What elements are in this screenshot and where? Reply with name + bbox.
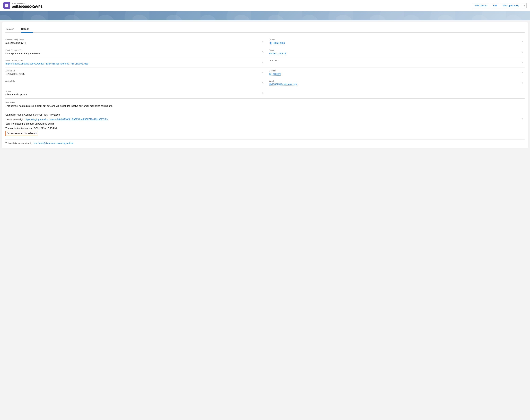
field-contact: Contact BH 180923 ✎ [265, 68, 525, 78]
tab-related[interactable]: Related [5, 26, 18, 33]
email-value[interactable]: bh180923@mailinator.com [269, 83, 297, 86]
field-event: Event BH Test 150923 ✎ [265, 47, 525, 57]
created-by-prefix: This activity was created by: [5, 142, 34, 144]
header-left: Concep Activity a0E8d00000XuVP1 [3, 2, 43, 9]
edit-icon-event[interactable]: ✎ [521, 51, 523, 53]
owner-label: Owner [269, 39, 522, 41]
description-opt-reason: Opt out reason: Not relevant [5, 131, 38, 136]
contact-value[interactable]: BH 180923 [269, 73, 281, 75]
edit-icon-email[interactable]: ✎ [521, 82, 523, 84]
action-url-label: Action URL [5, 80, 262, 82]
edit-icon-description[interactable]: ✎ [521, 118, 523, 120]
broadcast-label: Broadcast [269, 59, 522, 61]
description-opt-reason-row: Opt out reason: Not relevant [5, 131, 522, 136]
field-concep-activity-name: Concep Activity Name a0E8d00000XuVP1 ✎ [5, 37, 265, 47]
new-contact-button[interactable]: New Contact [472, 3, 490, 8]
tab-details[interactable]: Details [21, 26, 33, 33]
header-actions: New Contact Edit New Opportunity ▾ [472, 3, 527, 8]
field-action-date: Action Date 18/09/2023, 20:25 ✎ [5, 68, 265, 78]
created-by-section: This activity was created by: ben.harris… [5, 140, 525, 144]
description-link-row: Link to campaign: https://staging.emailc… [5, 117, 522, 121]
field-email-campaign-title: Email Campaign Title Concep Summer Party… [5, 47, 265, 57]
description-link-url[interactable]: https://staging.emailcc.com/cv/b6ab0710f… [25, 118, 108, 121]
edit-button[interactable]: Edit [490, 3, 500, 8]
banner [0, 11, 530, 20]
description-blank [5, 108, 522, 112]
app-name: Concep Activity [12, 2, 43, 4]
edit-icon-owner[interactable]: ✎ [521, 41, 523, 43]
email-campaign-title-value: Concep Summer Party - Invitation [5, 52, 41, 55]
description-link-label: Link to campaign: [5, 118, 25, 121]
field-action: Action Client Level Opt Out ✎ [5, 88, 265, 98]
tabs: Related Details [5, 26, 525, 33]
edit-icon-contact[interactable]: ✎ [521, 72, 523, 74]
app-icon [3, 2, 10, 9]
email-label: Email [269, 80, 522, 82]
email-campaign-url-value[interactable]: https://staging.emailcc.com/cv/b6ab0710f… [5, 62, 88, 65]
field-action-url: Action URL ✎ [5, 78, 265, 88]
description-line1: This contact has registered a client opt… [5, 104, 522, 108]
owner-row: 👤 Ben Harris [269, 42, 522, 45]
new-opportunity-button[interactable]: New Opportunity [500, 3, 522, 8]
header-title-group: Concep Activity a0E8d00000XuVP1 [12, 2, 43, 9]
description-label: Description [5, 101, 522, 103]
description-content: This contact has registered a client opt… [5, 104, 522, 136]
created-by-link[interactable]: ben.harris@litera.com.usconcep-perftest [34, 142, 74, 144]
description-opted-out: The contact opted out on 18-09-2023 at 8… [5, 126, 522, 130]
fields-grid: Concep Activity Name a0E8d00000XuVP1 ✎ O… [5, 37, 525, 144]
edit-icon-action-date[interactable]: ✎ [262, 72, 264, 74]
action-date-label: Action Date [5, 70, 262, 72]
action-label: Action [5, 90, 262, 92]
action-value: Client Level Opt Out [5, 93, 27, 96]
field-action-right-empty [265, 88, 525, 98]
field-description: Description This contact has registered … [5, 98, 525, 140]
edit-icon-campaign-url[interactable]: ✎ [262, 61, 264, 64]
record-id: a0E8d00000XuVP1 [12, 5, 43, 9]
edit-icon-action-url[interactable]: ✎ [262, 82, 264, 84]
main-content: Related Details Concep Activity Name a0E… [2, 22, 528, 148]
edit-icon-action[interactable]: ✎ [262, 92, 264, 95]
description-sent-from: Sent from account: product-uppersigma-ad… [5, 122, 522, 126]
owner-avatar-icon: 👤 [269, 42, 272, 45]
event-value[interactable]: BH Test 150923 [269, 52, 286, 55]
field-owner: Owner 👤 Ben Harris ✎ [265, 37, 525, 47]
field-email: Email bh180923@mailinator.com ✎ [265, 78, 525, 88]
owner-value[interactable]: Ben Harris [274, 42, 285, 45]
field-broadcast: Broadcast ✎ [265, 57, 525, 68]
contact-label: Contact [269, 70, 522, 72]
field-email-campaign-url: Email Campaign URL https://staging.email… [5, 57, 265, 68]
edit-icon-activity-name[interactable]: ✎ [262, 41, 264, 43]
edit-icon-campaign-title[interactable]: ✎ [262, 51, 264, 53]
header: Concep Activity a0E8d00000XuVP1 New Cont… [0, 0, 530, 11]
edit-icon-broadcast[interactable]: ✎ [521, 61, 523, 64]
dropdown-button[interactable]: ▾ [522, 3, 527, 8]
email-campaign-url-label: Email Campaign URL [5, 59, 262, 61]
event-label: Event [269, 49, 522, 51]
description-campaign-name: Campaign name: Concep Summer Party - Inv… [5, 113, 522, 117]
email-campaign-title-label: Email Campaign Title [5, 49, 262, 51]
concep-activity-name-label: Concep Activity Name [5, 39, 262, 41]
concep-activity-name-value: a0E8d00000XuVP1 [5, 42, 26, 44]
action-date-value: 18/09/2023, 20:25 [5, 73, 25, 75]
